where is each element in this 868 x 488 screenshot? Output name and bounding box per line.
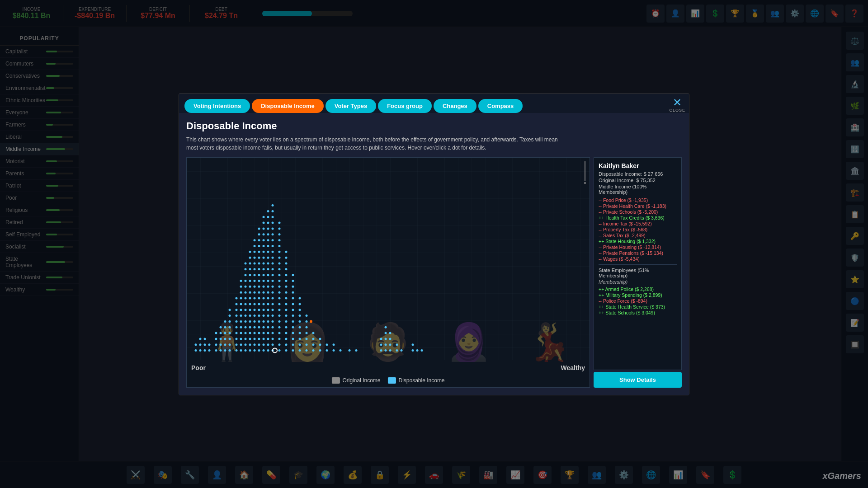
svg-point-96: [254, 320, 256, 322]
svg-point-284: [319, 349, 321, 352]
chart-labels: Poor Wealthy: [191, 364, 585, 371]
svg-point-293: [355, 349, 358, 352]
svg-point-163: [267, 314, 269, 317]
svg-point-249: [292, 349, 294, 352]
svg-point-147: [263, 268, 265, 270]
svg-point-17: [220, 338, 222, 340]
svg-point-289: [333, 349, 335, 352]
svg-point-49: [240, 320, 242, 322]
svg-point-39: [236, 320, 238, 322]
svg-point-174: [267, 250, 269, 253]
svg-point-85: [249, 280, 251, 282]
svg-point-55: [240, 285, 242, 287]
svg-point-51: [240, 309, 242, 311]
svg-point-305: [389, 332, 392, 334]
modal-body: Disposable Income This chart shows where…: [179, 113, 689, 395]
svg-point-231: [285, 349, 288, 352]
svg-point-30: [229, 326, 231, 328]
policy-private-health: -- Private Health Care ($ -1,183): [599, 203, 677, 209]
svg-point-203: [272, 227, 274, 230]
svg-point-308: [401, 349, 403, 352]
svg-point-304: [389, 338, 392, 340]
voter-info: Kaitlyn Baker Disposable Income: $ 27,65…: [594, 157, 682, 370]
svg-point-280: [312, 349, 315, 352]
tab-focus-group[interactable]: Focus group: [378, 99, 432, 113]
svg-point-8: [204, 338, 206, 340]
svg-point-273: [306, 349, 308, 352]
modal-content-area: 🧍 👩 🧔 🧕 💃: [186, 157, 682, 388]
svg-point-89: [249, 256, 251, 258]
svg-point-28: [229, 338, 231, 340]
svg-point-260: [292, 285, 294, 287]
svg-point-288: [326, 343, 328, 346]
svg-point-87: [249, 268, 251, 270]
svg-point-158: [267, 343, 269, 346]
svg-point-250: [292, 343, 294, 346]
svg-point-292: [349, 349, 351, 352]
svg-point-227: [278, 239, 281, 241]
svg-point-142: [263, 297, 265, 299]
svg-point-122: [258, 285, 260, 287]
svg-point-40: [236, 314, 238, 317]
svg-point-257: [292, 303, 294, 305]
svg-point-309: [412, 349, 414, 352]
svg-point-266: [299, 332, 301, 334]
svg-point-33: [229, 309, 231, 311]
policy-state-health: ++ State Health Service ($ 373): [599, 304, 677, 310]
svg-point-63: [245, 314, 247, 317]
info-icon: [584, 161, 586, 184]
svg-point-135: [263, 338, 265, 340]
svg-point-162: [267, 320, 269, 322]
svg-point-180: [267, 216, 269, 218]
svg-point-186: [272, 326, 274, 328]
svg-point-11: [215, 349, 217, 352]
tab-changes[interactable]: Changes: [434, 99, 476, 113]
tab-voting-intentions[interactable]: Voting Intentions: [184, 99, 250, 113]
svg-point-9: [208, 349, 211, 352]
svg-point-64: [245, 309, 247, 311]
tab-voter-types[interactable]: Voter Types: [326, 99, 376, 113]
svg-point-264: [299, 343, 301, 346]
svg-point-38: [236, 326, 238, 328]
svg-point-245: [285, 268, 288, 270]
svg-point-146: [263, 274, 265, 276]
svg-point-246: [285, 262, 288, 264]
svg-point-267: [299, 326, 301, 328]
svg-point-82: [249, 297, 251, 299]
svg-point-218: [278, 291, 281, 293]
svg-point-213: [278, 320, 281, 322]
svg-point-210: [278, 338, 281, 340]
svg-point-4: [199, 343, 202, 346]
policy-police-force: -- Police Force ($ -894): [599, 298, 677, 304]
svg-point-42: [236, 303, 238, 305]
chart-area[interactable]: 🧍 👩 🧔 🧕 💃: [186, 157, 590, 388]
svg-point-29: [229, 332, 231, 334]
tab-disposable-income[interactable]: Disposable Income: [252, 99, 323, 113]
svg-point-46: [240, 338, 242, 340]
svg-point-121: [258, 291, 260, 293]
svg-point-261: [292, 280, 294, 282]
svg-point-79: [249, 314, 251, 317]
svg-point-194: [272, 280, 274, 282]
highlighted-dot[interactable]: [310, 320, 312, 323]
svg-point-216: [278, 303, 281, 305]
svg-point-70: [245, 274, 247, 276]
svg-point-23: [224, 332, 226, 334]
svg-point-93: [254, 338, 256, 340]
svg-point-156: [263, 216, 265, 218]
svg-point-294: [380, 349, 382, 352]
svg-point-123: [258, 280, 260, 282]
svg-point-176: [267, 239, 269, 241]
svg-point-111: [258, 349, 260, 352]
svg-point-41: [236, 309, 238, 311]
svg-point-265: [299, 338, 301, 340]
tab-compass[interactable]: Compass: [478, 99, 523, 113]
svg-point-74: [249, 343, 251, 346]
svg-point-99: [254, 303, 256, 305]
svg-point-139: [263, 314, 265, 317]
policy-state-schools: ++ State Schools ($ 3,049): [599, 310, 677, 315]
close-button[interactable]: ✕ CLOSE: [669, 97, 685, 113]
voter-details-panel: Kaitlyn Baker Disposable Income: $ 27,65…: [594, 157, 682, 388]
show-details-button[interactable]: Show Details: [594, 372, 682, 388]
svg-point-295: [380, 343, 382, 346]
